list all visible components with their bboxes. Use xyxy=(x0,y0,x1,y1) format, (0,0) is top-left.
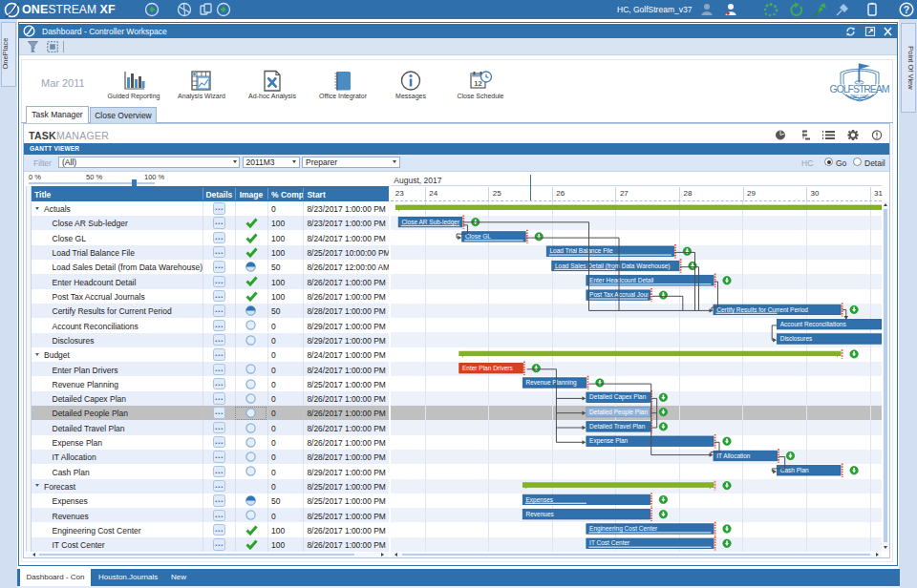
svg-text:Revenue Planning: Revenue Planning xyxy=(526,379,578,387)
svg-text:Revenues: Revenues xyxy=(526,511,555,517)
svg-text:IT Allocation: IT Allocation xyxy=(716,452,751,459)
svg-text:Account Reconciliations: Account Reconciliations xyxy=(780,321,847,327)
svg-text:Close AR Sub-ledger: Close AR Sub-ledger xyxy=(401,219,460,226)
svg-text:Expenses: Expenses xyxy=(526,496,554,504)
svg-text:Close GL: Close GL xyxy=(465,233,491,240)
svg-text:Detailed Capex Plan: Detailed Capex Plan xyxy=(589,393,647,401)
svg-text:Disclosures: Disclosures xyxy=(780,335,813,342)
svg-text:Certify Results for Current Pe: Certify Results for Current Period xyxy=(716,306,808,314)
svg-text:Load Sales Detail (from Data W: Load Sales Detail (from Data Warehouse) xyxy=(555,262,670,270)
svg-text:IT Cost Center: IT Cost Center xyxy=(589,539,630,546)
svg-text:Detailed People Plan: Detailed People Plan xyxy=(589,409,648,416)
svg-text:Engineering Cost Center: Engineering Cost Center xyxy=(589,525,658,533)
svg-text:Expense Plan: Expense Plan xyxy=(589,437,628,445)
svg-text:Load Trial Balance File: Load Trial Balance File xyxy=(550,247,614,254)
svg-text:Enter Plan Drivers: Enter Plan Drivers xyxy=(462,365,513,371)
svg-text:Detailed Travel Plan: Detailed Travel Plan xyxy=(589,423,646,430)
svg-text:Enter Headcount Detail: Enter Headcount Detail xyxy=(589,277,654,284)
